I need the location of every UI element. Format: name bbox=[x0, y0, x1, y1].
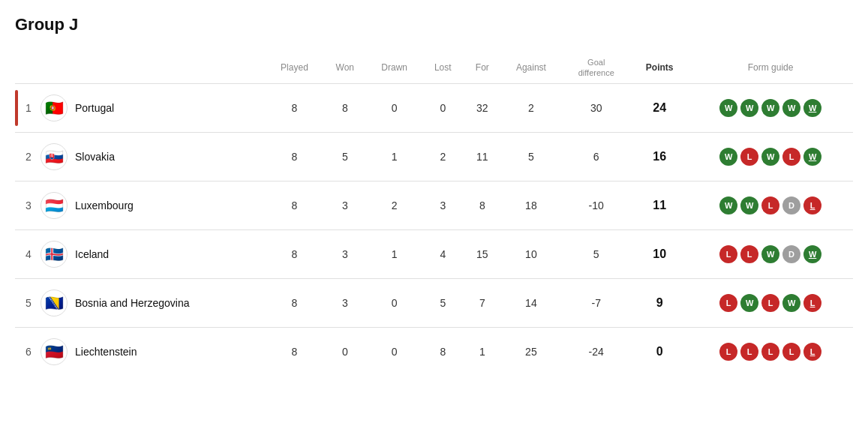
flag-icon: 🇧🇦 bbox=[41, 290, 68, 316]
stat-against: 5 bbox=[500, 132, 561, 181]
form-badge-w: W bbox=[782, 294, 800, 312]
page-title: Group J bbox=[15, 15, 853, 34]
stat-for: 8 bbox=[464, 181, 500, 230]
table-row: 2🇸🇰Slovakia8512115616WLWLW bbox=[15, 132, 853, 181]
stat-played: 8 bbox=[266, 132, 323, 181]
rank-cell: 2 bbox=[15, 132, 38, 181]
stat-played: 8 bbox=[266, 181, 323, 230]
rank-cell: 4 bbox=[15, 230, 38, 278]
form-badge-w: W bbox=[803, 99, 821, 117]
table-row: 3🇱🇺Luxembourg8323818-1011WWLDL bbox=[15, 181, 853, 230]
col-drawn: Drawn bbox=[367, 52, 422, 83]
flag-icon: 🇸🇰 bbox=[41, 143, 68, 170]
stat-goal_difference: 5 bbox=[561, 230, 631, 278]
form-badge-l: L bbox=[719, 343, 737, 361]
team-cell: 🇸🇰Slovakia bbox=[38, 132, 266, 181]
team-cell: 🇮🇸Iceland bbox=[38, 230, 266, 278]
form-badge-l: L bbox=[761, 294, 779, 312]
form-badge-l: L bbox=[719, 294, 737, 312]
form-badge-l: L bbox=[803, 294, 821, 312]
form-badge-l: L bbox=[782, 148, 800, 166]
form-badge-w: W bbox=[740, 196, 758, 214]
stat-won: 8 bbox=[323, 83, 368, 132]
form-badge-w: W bbox=[803, 148, 821, 166]
form-guide-cell: WWWWW bbox=[688, 83, 853, 132]
form-badge-w: W bbox=[761, 148, 779, 166]
stat-goal_difference: -7 bbox=[561, 278, 631, 327]
flag-icon: 🇱🇮 bbox=[41, 338, 68, 365]
form-badge-w: W bbox=[803, 245, 821, 263]
stat-lost: 8 bbox=[422, 327, 464, 376]
stat-against: 2 bbox=[500, 83, 561, 132]
standings-table: Played Won Drawn Lost For Against Goaldi… bbox=[15, 52, 853, 376]
stat-lost: 2 bbox=[422, 132, 464, 181]
form-badge-w: W bbox=[740, 294, 758, 312]
form-badge-d: D bbox=[782, 245, 800, 263]
stat-drawn: 1 bbox=[367, 132, 422, 181]
rank-cell: 6 bbox=[15, 327, 38, 376]
stat-drawn: 0 bbox=[367, 83, 422, 132]
rank-cell: 1 bbox=[15, 83, 38, 132]
col-goal-difference: Goaldifference bbox=[561, 52, 631, 83]
stat-played: 8 bbox=[266, 230, 323, 278]
stat-drawn: 0 bbox=[367, 278, 422, 327]
form-badge-l: L bbox=[761, 196, 779, 214]
stat-points: 24 bbox=[631, 83, 688, 132]
table-row: 5🇧🇦Bosnia and Herzegovina8305714-79LWLWL bbox=[15, 278, 853, 327]
form-badge-w: W bbox=[719, 99, 737, 117]
stat-drawn: 2 bbox=[367, 181, 422, 230]
stat-points: 11 bbox=[631, 181, 688, 230]
stat-won: 0 bbox=[323, 327, 368, 376]
stat-lost: 0 bbox=[422, 83, 464, 132]
form-badge-l: L bbox=[740, 343, 758, 361]
stat-against: 18 bbox=[500, 181, 561, 230]
stat-for: 15 bbox=[464, 230, 500, 278]
flag-icon: 🇵🇹 bbox=[41, 94, 68, 122]
stat-points: 16 bbox=[631, 132, 688, 181]
form-badge-l: L bbox=[719, 245, 737, 263]
team-cell: 🇵🇹Portugal bbox=[38, 83, 266, 132]
stat-lost: 4 bbox=[422, 230, 464, 278]
form-guide-cell: LLWDW bbox=[688, 230, 853, 278]
col-against: Against bbox=[500, 52, 561, 83]
col-won: Won bbox=[323, 52, 368, 83]
stat-for: 1 bbox=[464, 327, 500, 376]
form-badge-d: D bbox=[782, 196, 800, 214]
team-name: Bosnia and Herzegovina bbox=[75, 297, 190, 309]
form-badge-l: L bbox=[761, 343, 779, 361]
table-row: 1🇵🇹Portugal88003223024WWWWW bbox=[15, 83, 853, 132]
form-badge-l: L bbox=[782, 343, 800, 361]
stat-points: 10 bbox=[631, 230, 688, 278]
stat-goal_difference: -24 bbox=[561, 327, 631, 376]
stat-lost: 3 bbox=[422, 181, 464, 230]
stat-against: 10 bbox=[500, 230, 561, 278]
stat-won: 3 bbox=[323, 278, 368, 327]
leader-indicator bbox=[15, 90, 18, 126]
team-name: Portugal bbox=[75, 102, 114, 114]
form-badge-w: W bbox=[782, 99, 800, 117]
form-guide-cell: LWLWL bbox=[688, 278, 853, 327]
form-badge-l: L bbox=[803, 196, 821, 214]
form-guide-cell: LLLLL bbox=[688, 327, 853, 376]
stat-against: 25 bbox=[500, 327, 561, 376]
team-cell: 🇱🇮Liechtenstein bbox=[38, 327, 266, 376]
flag-icon: 🇱🇺 bbox=[41, 192, 68, 219]
form-badge-w: W bbox=[740, 99, 758, 117]
stat-won: 3 bbox=[323, 181, 368, 230]
form-badge-w: W bbox=[761, 245, 779, 263]
team-name: Iceland bbox=[75, 248, 109, 260]
stat-goal_difference: -10 bbox=[561, 181, 631, 230]
stat-for: 11 bbox=[464, 132, 500, 181]
form-badge-w: W bbox=[719, 196, 737, 214]
col-for: For bbox=[464, 52, 500, 83]
rank-cell: 3 bbox=[15, 181, 38, 230]
team-name: Liechtenstein bbox=[75, 346, 137, 358]
table-row: 6🇱🇮Liechtenstein8008125-240LLLLL bbox=[15, 327, 853, 376]
stat-won: 3 bbox=[323, 230, 368, 278]
stat-played: 8 bbox=[266, 278, 323, 327]
form-badge-w: W bbox=[719, 148, 737, 166]
stat-against: 14 bbox=[500, 278, 561, 327]
table-row: 4🇮🇸Iceland83141510510LLWDW bbox=[15, 230, 853, 278]
col-form-guide: Form guide bbox=[688, 52, 853, 83]
stat-drawn: 1 bbox=[367, 230, 422, 278]
